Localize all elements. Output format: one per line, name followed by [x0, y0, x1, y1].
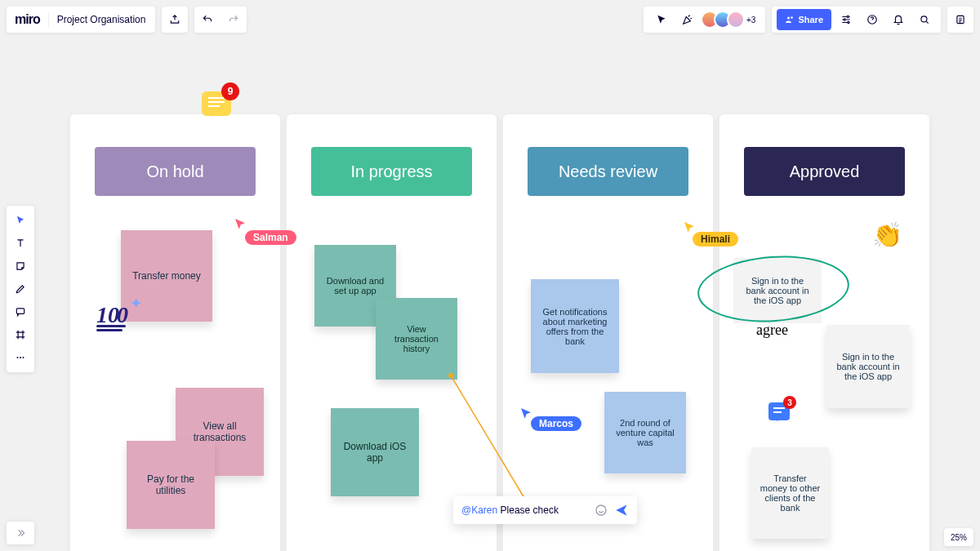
- chevrons-right-icon: [15, 527, 26, 539]
- tool-pen[interactable]: [7, 278, 34, 300]
- connector-line: [451, 375, 452, 376]
- cursor-arrow-icon: [656, 14, 667, 25]
- people-icon: [785, 15, 795, 24]
- pointer-icon: [15, 215, 26, 226]
- sticker-clap[interactable]: 👏: [872, 220, 902, 249]
- help-button[interactable]: [859, 14, 885, 25]
- redo-icon: [228, 14, 239, 25]
- search-button[interactable]: [911, 14, 938, 25]
- sticky-note[interactable]: Pay for the utilities: [127, 441, 215, 529]
- comment-count: 3: [783, 396, 796, 409]
- svg-rect-8: [16, 309, 24, 313]
- undo-redo-group: [194, 7, 247, 33]
- notes-icon: [955, 14, 966, 25]
- sticky-note[interactable]: Transfer money to other clients of the b…: [751, 447, 829, 539]
- send-icon[interactable]: [614, 503, 629, 518]
- pen-icon: [15, 283, 26, 295]
- export-button[interactable]: [162, 7, 188, 33]
- comment-icon: [15, 306, 26, 318]
- reactions-button[interactable]: [675, 14, 701, 25]
- svg-point-2: [847, 16, 849, 17]
- top-bar: miro Project Organisation: [7, 7, 973, 33]
- text-icon: [15, 238, 26, 249]
- svg-point-14: [596, 505, 606, 515]
- export-icon: [169, 14, 180, 25]
- tool-more[interactable]: [7, 346, 34, 369]
- emoji-icon[interactable]: [595, 504, 608, 517]
- expand-toolbar-button[interactable]: [7, 522, 34, 544]
- comment-composer[interactable]: @Karen Please check: [453, 496, 637, 524]
- notes-panel-button[interactable]: [947, 7, 973, 33]
- cursor-icon: [519, 407, 532, 420]
- svg-point-4: [848, 21, 849, 23]
- bell-icon: [893, 14, 904, 25]
- help-icon: [866, 14, 878, 25]
- column-header[interactable]: Approved: [744, 147, 905, 196]
- comment-thread-badge[interactable]: 3: [768, 402, 790, 420]
- svg-point-13: [448, 373, 453, 378]
- sticky-note[interactable]: 2nd round of venture capital was: [604, 392, 686, 473]
- undo-icon: [202, 14, 213, 25]
- sticky-note[interactable]: Get notifications about marketing offers…: [531, 279, 619, 373]
- cursor-icon: [683, 220, 696, 233]
- mention: @Karen: [461, 504, 497, 516]
- svg-point-0: [787, 17, 790, 20]
- tool-text[interactable]: [7, 232, 34, 255]
- svg-point-11: [23, 357, 24, 358]
- toolbar-right: Share: [772, 7, 941, 33]
- settings-button[interactable]: [833, 14, 859, 25]
- left-toolbar: [7, 206, 34, 372]
- collaborator-avatars[interactable]: +3: [701, 11, 760, 29]
- tool-select[interactable]: [7, 209, 34, 232]
- sliders-icon: [840, 14, 852, 25]
- svg-point-1: [791, 16, 794, 19]
- board-name[interactable]: Project Organisation: [57, 14, 156, 25]
- celebrate-icon: [682, 14, 693, 25]
- sticker-100[interactable]: ✦ 100: [96, 302, 126, 331]
- column-header[interactable]: In progress: [311, 147, 472, 196]
- search-icon: [919, 14, 930, 25]
- avatar: [727, 11, 745, 29]
- collaborator-cursor-label: Marcos: [531, 416, 581, 431]
- svg-point-9: [17, 357, 19, 358]
- collaborator-cursor-label: Salman: [245, 230, 296, 245]
- undo-button[interactable]: [194, 14, 220, 25]
- comment-count: 9: [221, 82, 239, 100]
- sticky-icon: [15, 260, 26, 272]
- svg-point-3: [844, 19, 845, 20]
- zoom-level[interactable]: 25%: [944, 528, 973, 546]
- avatar-overflow: +3: [746, 16, 755, 24]
- collaborator-cursor-label: Himali: [693, 232, 738, 247]
- tool-comment[interactable]: [7, 300, 34, 323]
- miro-logo: miro: [7, 12, 48, 27]
- more-icon: [15, 352, 26, 363]
- present-group: +3: [644, 7, 765, 33]
- column-header[interactable]: On hold: [95, 147, 256, 196]
- sticky-note[interactable]: Sign in to the bank account in the iOS a…: [826, 325, 910, 408]
- redo-button[interactable]: [220, 14, 247, 25]
- freehand-text[interactable]: agree: [756, 322, 788, 339]
- svg-point-10: [20, 357, 21, 358]
- tool-sticky[interactable]: [7, 255, 34, 278]
- notifications-button[interactable]: [885, 14, 911, 25]
- column-header[interactable]: Needs review: [528, 147, 688, 196]
- sticky-note[interactable]: Download iOS app: [331, 408, 419, 496]
- cursor-icon: [234, 217, 247, 230]
- frame-icon: [15, 329, 26, 340]
- comment-thread-badge[interactable]: 9: [202, 91, 231, 116]
- share-button[interactable]: Share: [777, 9, 831, 30]
- sticky-note[interactable]: View transaction history: [376, 298, 457, 380]
- board-title-pill[interactable]: miro Project Organisation: [7, 7, 155, 33]
- tool-frame[interactable]: [7, 323, 34, 346]
- cursor-mode-button[interactable]: [648, 14, 675, 25]
- svg-point-6: [921, 16, 927, 22]
